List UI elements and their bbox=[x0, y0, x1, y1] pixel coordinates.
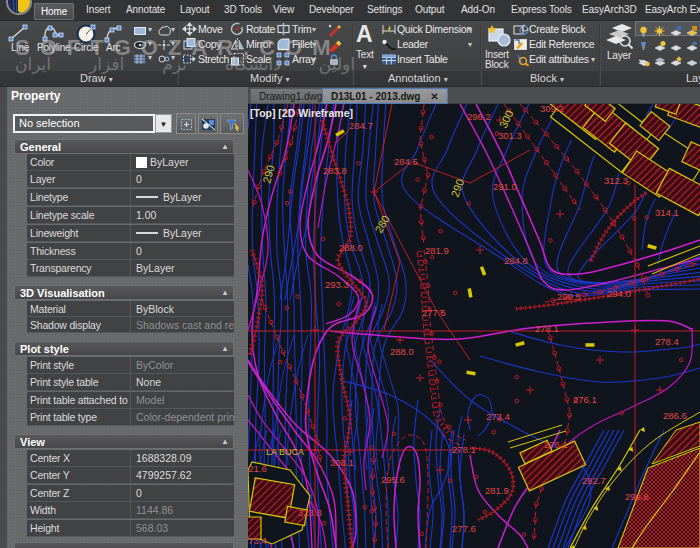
svg-text:290.5: 290.5 bbox=[557, 291, 581, 302]
svg-text:308.1: 308.1 bbox=[330, 457, 354, 468]
svg-text:288.0: 288.0 bbox=[390, 346, 414, 357]
svg-text:288.0: 288.0 bbox=[339, 242, 363, 253]
svg-text:295.6: 295.6 bbox=[381, 474, 405, 485]
svg-text:278.1: 278.1 bbox=[452, 444, 476, 455]
svg-text:312.3: 312.3 bbox=[604, 175, 628, 186]
svg-text:290: 290 bbox=[260, 164, 276, 185]
svg-text:286.6: 286.6 bbox=[663, 410, 687, 421]
svg-text:[Top] [2D Wireframe]: [Top] [2D Wireframe] bbox=[250, 107, 353, 119]
svg-text:278.4: 278.4 bbox=[655, 336, 679, 347]
svg-text:296.2: 296.2 bbox=[467, 111, 491, 122]
svg-text:323.3: 323.3 bbox=[298, 507, 322, 518]
svg-text:273.4: 273.4 bbox=[248, 535, 267, 546]
svg-text:299.8: 299.8 bbox=[625, 491, 649, 502]
svg-text:278.1: 278.1 bbox=[535, 323, 559, 334]
svg-text:284.8: 284.8 bbox=[504, 255, 528, 266]
svg-text:293.3: 293.3 bbox=[325, 279, 349, 290]
svg-text:321.6: 321.6 bbox=[248, 463, 267, 474]
svg-text:309.2: 309.2 bbox=[540, 104, 564, 114]
svg-text:276.1: 276.1 bbox=[544, 439, 568, 450]
svg-text:273.4: 273.4 bbox=[486, 411, 510, 422]
svg-text:284.5: 284.5 bbox=[394, 156, 418, 167]
svg-text:276.1: 276.1 bbox=[573, 394, 597, 405]
svg-text:LA BUCA: LA BUCA bbox=[266, 447, 304, 457]
svg-text:301.3: 301.3 bbox=[498, 130, 522, 141]
svg-text:294.0: 294.0 bbox=[607, 288, 631, 299]
svg-text:277.5: 277.5 bbox=[422, 307, 446, 318]
svg-text:291.0: 291.0 bbox=[493, 181, 517, 192]
svg-text:314.1: 314.1 bbox=[655, 207, 679, 218]
svg-text:283.8: 283.8 bbox=[323, 165, 347, 176]
svg-text:277.6: 277.6 bbox=[452, 523, 476, 534]
svg-text:281.9: 281.9 bbox=[485, 485, 509, 496]
svg-text:284.7: 284.7 bbox=[349, 120, 373, 131]
svg-text:281.9: 281.9 bbox=[425, 245, 449, 256]
svg-text:300: 300 bbox=[497, 108, 516, 130]
svg-text:282.7: 282.7 bbox=[582, 475, 606, 486]
